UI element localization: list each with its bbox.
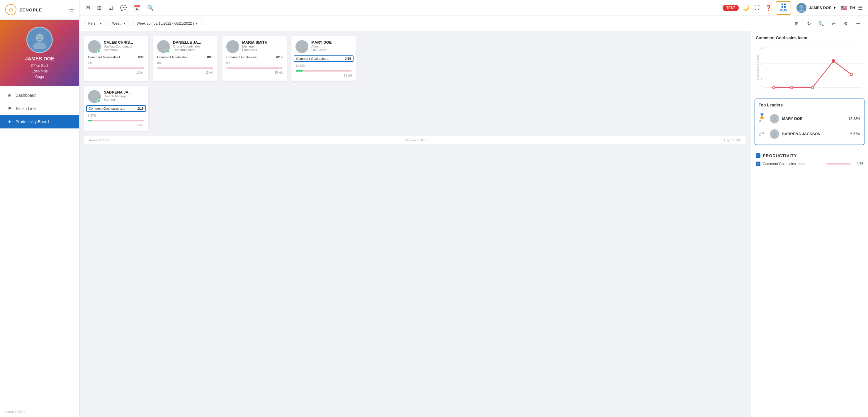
- svg-point-12: [229, 48, 237, 52]
- leader-avatar-mary: [770, 114, 779, 123]
- svg-text:MARIA...: MARIA...: [808, 89, 817, 90]
- main-content: ✉ ⊞ ☑ 💬 📅 🔍 TEST 🌙 ⛶ ❓ DDS: [79, 0, 868, 417]
- card-name: DANIELLE JA...: [173, 40, 213, 44]
- left-count: 15 left: [157, 71, 213, 74]
- prod-item-count: 3/75: [853, 162, 863, 166]
- person-card-mary: MARY DOE Admin Los Gatos Comment Goal-sa…: [291, 36, 356, 81]
- svg-point-11: [230, 42, 236, 49]
- card-role: Manager: [242, 44, 283, 48]
- goal-row-highlighted[interactable]: Comment Goal-sales... 2/15: [294, 55, 353, 62]
- goal-row[interactable]: Comment Goal-sales... 0/15: [226, 55, 283, 59]
- goal-label: Comment Goal-sales...: [157, 55, 198, 59]
- goal-count: 0/15: [207, 55, 213, 59]
- card-role: Admin: [311, 44, 352, 48]
- svg-point-37: [772, 120, 777, 122]
- week-filter-label: Wee...: [112, 22, 122, 26]
- sidebar-item-label: Finish Line: [16, 106, 36, 111]
- card-role: Onsite Coordinator: [173, 44, 213, 48]
- header-right: TEST 🌙 ⛶ ❓ DDS JAMES DOE ▾: [722, 1, 863, 14]
- leader-pct: 13.33%: [848, 117, 860, 121]
- online-indicator: [97, 99, 100, 102]
- check-icon[interactable]: ☑: [107, 3, 114, 12]
- week-filter-button[interactable]: Wee... ▾: [108, 20, 129, 27]
- card-avatar: [296, 40, 308, 53]
- progress-bar: [296, 70, 352, 71]
- prod-item-checkbox[interactable]: ✓: [756, 161, 761, 166]
- svg-text:MARY ...: MARY ...: [829, 89, 838, 90]
- card-header: CALEB CHRIS... Staffing Coordinator Sham…: [88, 40, 144, 53]
- progress-fill: [296, 70, 303, 71]
- progress-bar: [88, 67, 144, 69]
- card-name: SABRENA JA...: [104, 90, 144, 94]
- add-action-button[interactable]: ⊞: [792, 19, 801, 28]
- user-menu[interactable]: JAMES DOE ▾: [794, 2, 838, 14]
- search-toolbar-icon[interactable]: 🔍: [816, 19, 826, 28]
- board-content: CALEB CHRIS... Staffing Coordinator Sham…: [79, 31, 751, 417]
- mail-icon[interactable]: ✉: [85, 3, 91, 12]
- sidebar-item-label: Productivity Board: [16, 119, 49, 124]
- leader-row-1: 🏅 st MARY DOE 13.33%: [758, 111, 860, 127]
- card-location: Los Gatos: [311, 48, 352, 52]
- search-icon[interactable]: 🔍: [146, 3, 155, 12]
- card-header: MARIA SMITH Manager Eden Mills: [226, 40, 283, 53]
- leaders-title: Top Leaders: [758, 102, 860, 107]
- progress-bar: [88, 120, 144, 121]
- calendar-grid-icon[interactable]: ⊞: [96, 3, 102, 12]
- svg-point-36: [772, 116, 777, 120]
- svg-point-35: [850, 73, 852, 76]
- card-info: MARY DOE Admin Los Gatos: [311, 40, 352, 52]
- goal-row-highlighted[interactable]: Comment Goal-sales te... 1/15: [86, 105, 146, 112]
- svg-point-5: [799, 5, 804, 9]
- board-row-2: SABRENA JA... Branch Manager Stanton Com…: [84, 86, 746, 131]
- refresh-button[interactable]: ↻: [804, 19, 813, 28]
- card-name: MARIA SMITH: [242, 40, 283, 44]
- settings-icon[interactable]: ⚙: [841, 19, 850, 28]
- fullscreen-icon[interactable]: ⛶: [753, 3, 761, 12]
- productivity-checkbox[interactable]: ✓: [756, 153, 761, 158]
- person-card-danielle: DANIELLE JA... Onsite Coordinator Thetfo…: [153, 36, 218, 81]
- avatar: [26, 27, 53, 53]
- goal-count: 2/15: [345, 57, 351, 60]
- menu-action-icon[interactable]: ☰: [854, 19, 863, 28]
- events-icon[interactable]: 📅: [132, 3, 141, 12]
- env-badge: TEST: [722, 5, 739, 11]
- svg-point-14: [298, 48, 306, 52]
- chat-icon[interactable]: 💬: [119, 3, 128, 12]
- sidebar-item-dashboard[interactable]: ⊞ Dashboard: [0, 89, 79, 102]
- week-range-selector[interactable]: Week 35 ( 08/15/2022 - 08/21/2022 ) ▾: [132, 20, 202, 27]
- sidebar-item-label: Dashboard: [16, 93, 36, 98]
- sidebar-item-productivity-board[interactable]: ✦ Productivity Board: [0, 115, 79, 128]
- card-avatar: [226, 40, 239, 53]
- progress-pct: 0%: [226, 61, 283, 64]
- language-flag[interactable]: 🇺🇸: [841, 5, 847, 10]
- goal-label: Comment Goal-sales...: [226, 55, 267, 59]
- person-card-sabrena: SABRENA JA... Branch Manager Stanton Com…: [84, 86, 148, 131]
- leader-avatar-sabrena: [770, 129, 779, 139]
- card-avatar: [157, 40, 170, 53]
- person-filter-label: Pers...: [88, 22, 98, 26]
- productivity-section: ✓ PRODUCTIVITY ✓ Comment Goal-sales team…: [751, 149, 868, 173]
- profile-location2: Gaga: [35, 74, 44, 80]
- dark-mode-icon[interactable]: 🌙: [742, 3, 750, 12]
- card-avatar: [88, 40, 101, 53]
- card-info: DANIELLE JA... Onsite Coordinator Thetfo…: [173, 40, 213, 52]
- sidebar-item-finish-line[interactable]: ⚑ Finish Line: [0, 102, 79, 115]
- goal-row[interactable]: Comment Goal-sales... 0/15: [157, 55, 213, 59]
- dds-button[interactable]: DDS: [776, 1, 791, 14]
- card-avatar: [88, 90, 101, 103]
- goal-row[interactable]: Comment Goal-sales t... 0/15: [88, 55, 144, 59]
- progress-pct: 0%: [157, 61, 213, 64]
- filter-action-icon[interactable]: ⇌: [829, 19, 838, 28]
- sidebar-hamburger-icon[interactable]: ☰: [69, 6, 74, 13]
- sidebar-profile: JAMES DOE Office Staff Eden Mills Gaga: [0, 20, 79, 86]
- card-location: Shamrock: [104, 48, 144, 52]
- top-leaders-section: Top Leaders 🏅 st MARY DOE 13.33% 2nd: [754, 98, 865, 145]
- left-count: 14 left: [88, 124, 144, 127]
- person-filter-button[interactable]: Pers... ▾: [85, 20, 105, 27]
- right-hamburger-icon[interactable]: ☰: [858, 5, 863, 11]
- help-icon[interactable]: ❓: [764, 3, 773, 12]
- svg-point-33: [811, 86, 814, 89]
- person-card-caleb: CALEB CHRIS... Staffing Coordinator Sham…: [84, 36, 148, 81]
- svg-point-38: [772, 131, 777, 135]
- svg-point-4: [40, 36, 42, 37]
